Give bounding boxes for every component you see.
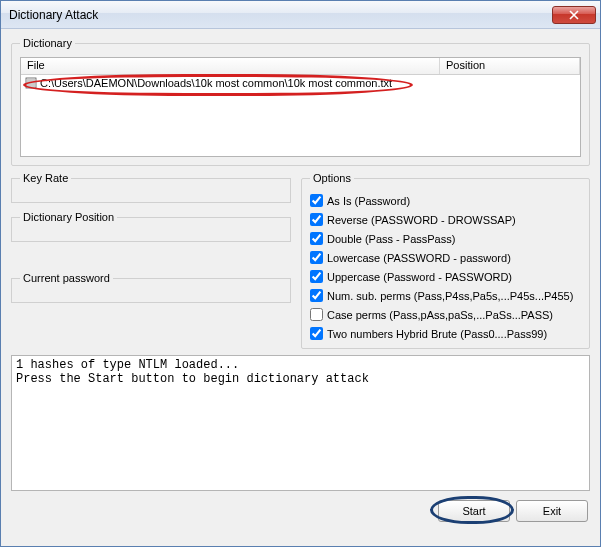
options-list: As Is (Password)Reverse (PASSWORD - DROW… [310, 190, 581, 342]
dictionary-position-legend: Dictionary Position [20, 211, 117, 223]
option-item[interactable]: Double (Pass - PassPass) [310, 230, 581, 247]
cell-file: C:\Users\DAEMON\Downloads\10k most commo… [21, 77, 440, 89]
option-checkbox[interactable] [310, 327, 323, 340]
option-label: Num. sub. perms (Pass,P4ss,Pa5s,...P45s.… [327, 290, 573, 302]
option-item[interactable]: Reverse (PASSWORD - DROWSSAP) [310, 211, 581, 228]
dictionary-attack-window: Dictionary Attack Dictionary File Positi… [0, 0, 601, 547]
option-item[interactable]: Case perms (Pass,pAss,paSs,...PaSs...PAS… [310, 306, 581, 323]
option-label: Lowercase (PASSWORD - password) [327, 252, 511, 264]
option-label: Uppercase (Password - PASSWORD) [327, 271, 512, 283]
options-legend: Options [310, 172, 354, 184]
file-path: C:\Users\DAEMON\Downloads\10k most commo… [40, 77, 392, 89]
log-output[interactable]: 1 hashes of type NTLM loaded... Press th… [11, 355, 590, 491]
column-header-position[interactable]: Position [440, 58, 580, 74]
column-header-file[interactable]: File [21, 58, 440, 74]
close-icon [569, 10, 579, 20]
option-checkbox[interactable] [310, 194, 323, 207]
dictionary-position-group: Dictionary Position [11, 211, 291, 242]
option-item[interactable]: Uppercase (Password - PASSWORD) [310, 268, 581, 285]
dictionary-legend: Dictionary [20, 37, 75, 49]
dictionary-table[interactable]: File Position [20, 57, 581, 157]
client-area: Dictionary File Position [1, 29, 600, 546]
start-button[interactable]: Start [438, 500, 510, 522]
close-button[interactable] [552, 6, 596, 24]
dictionary-table-header: File Position [21, 58, 580, 75]
options-group: Options As Is (Password)Reverse (PASSWOR… [301, 172, 590, 349]
middle-row: Key Rate Dictionary Position Current pas… [11, 172, 590, 349]
file-icon [25, 77, 37, 89]
option-label: Two numbers Hybrid Brute (Pass0....Pass9… [327, 328, 547, 340]
dictionary-group: Dictionary File Position [11, 37, 590, 166]
right-column: Options As Is (Password)Reverse (PASSWOR… [301, 172, 590, 349]
current-password-group: Current password [11, 272, 291, 303]
key-rate-legend: Key Rate [20, 172, 71, 184]
option-label: Double (Pass - PassPass) [327, 233, 455, 245]
exit-button[interactable]: Exit [516, 500, 588, 522]
svg-rect-0 [26, 78, 36, 88]
left-column: Key Rate Dictionary Position Current pas… [11, 172, 291, 349]
option-checkbox[interactable] [310, 232, 323, 245]
option-checkbox[interactable] [310, 289, 323, 302]
option-label: Reverse (PASSWORD - DROWSSAP) [327, 214, 516, 226]
titlebar: Dictionary Attack [1, 1, 600, 29]
option-checkbox[interactable] [310, 213, 323, 226]
option-item[interactable]: As Is (Password) [310, 192, 581, 209]
option-checkbox[interactable] [310, 270, 323, 283]
table-row[interactable]: C:\Users\DAEMON\Downloads\10k most commo… [21, 75, 580, 91]
button-row: Start Exit [11, 497, 590, 522]
option-item[interactable]: Two numbers Hybrid Brute (Pass0....Pass9… [310, 325, 581, 342]
spacer [11, 250, 291, 264]
option-checkbox[interactable] [310, 251, 323, 264]
key-rate-group: Key Rate [11, 172, 291, 203]
option-label: As Is (Password) [327, 195, 410, 207]
option-checkbox[interactable] [310, 308, 323, 321]
window-title: Dictionary Attack [9, 8, 552, 22]
option-item[interactable]: Num. sub. perms (Pass,P4ss,Pa5s,...P45s.… [310, 287, 581, 304]
option-label: Case perms (Pass,pAss,paSs,...PaSs...PAS… [327, 309, 553, 321]
dictionary-table-body: C:\Users\DAEMON\Downloads\10k most commo… [21, 75, 580, 91]
current-password-legend: Current password [20, 272, 113, 284]
option-item[interactable]: Lowercase (PASSWORD - password) [310, 249, 581, 266]
